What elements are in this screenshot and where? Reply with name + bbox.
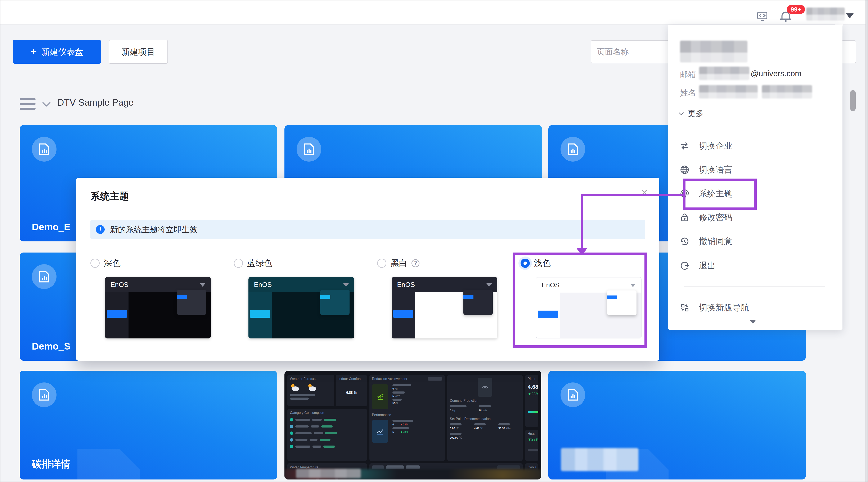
swap-arrows-icon bbox=[680, 141, 690, 151]
user-menu-caret-icon[interactable] bbox=[846, 13, 854, 19]
section-collapse-chevron-icon[interactable] bbox=[41, 101, 52, 109]
annotation-box-light-option bbox=[513, 253, 647, 348]
menu-item-revoke-consent[interactable]: 撤销同意 bbox=[680, 235, 732, 247]
menu-item-logout[interactable]: 退出 bbox=[680, 260, 716, 272]
annotation-box-system-theme bbox=[683, 178, 757, 210]
enos-logo: EnOS bbox=[397, 281, 415, 289]
thumb-panel-plant: Plant Efficiency 4.681 ▼23% bbox=[525, 375, 538, 427]
theme-preview-dark[interactable]: EnOS bbox=[105, 277, 211, 338]
lock-icon bbox=[680, 212, 690, 223]
name-value-redacted bbox=[699, 85, 758, 98]
switch-nav-icon bbox=[680, 303, 690, 313]
menu-item-switch-language[interactable]: 切换语言 bbox=[680, 164, 732, 175]
thumb-panel-demand: Demand Prediction 0 kg 5 kWh Set Point R… bbox=[447, 375, 523, 461]
modal-info-text: 新的系统主题将立即生效 bbox=[110, 224, 197, 235]
thumb-panel-category: Category Consumption bbox=[287, 409, 367, 461]
email-domain: @univers.com bbox=[751, 69, 801, 78]
radio-bw[interactable] bbox=[377, 259, 386, 268]
menu-item-switch-new-nav[interactable]: 切换新版导航 bbox=[680, 302, 749, 313]
preview-caret-icon bbox=[487, 283, 492, 287]
history-clock-icon bbox=[680, 236, 690, 247]
email-label: 邮箱 bbox=[680, 69, 696, 80]
dashboard-card-carbon[interactable]: 碳排详情 bbox=[20, 371, 277, 480]
weather-cloud-icon bbox=[290, 384, 300, 391]
theme-preview-teal[interactable]: EnOS bbox=[248, 277, 354, 338]
app-window: 99+ + 新建仪表盘 新建项目 DTV Sample Page bbox=[0, 0, 868, 482]
card-title: Demo_S bbox=[32, 341, 70, 352]
preview-caret-icon bbox=[343, 283, 349, 287]
modal-info-banner: i 新的系统主题将立即生效 bbox=[90, 220, 645, 239]
line-chart-icon bbox=[372, 420, 388, 443]
radio-dark[interactable] bbox=[90, 259, 100, 268]
preview-popup-panel bbox=[320, 290, 349, 315]
top-header-bar bbox=[0, 0, 868, 25]
scrollbar-thumb[interactable] bbox=[850, 90, 856, 111]
section-menu-icon[interactable] bbox=[20, 98, 36, 113]
notification-count-badge: 99+ bbox=[787, 5, 805, 14]
preview-popup-panel bbox=[177, 290, 206, 315]
info-icon: i bbox=[96, 225, 105, 234]
card-title: Demo_E bbox=[32, 221, 70, 233]
dashboard-doc-icon bbox=[32, 264, 57, 289]
dashboard-card-row3-right[interactable] bbox=[548, 371, 806, 480]
new-dashboard-label: 新建仪表盘 bbox=[41, 46, 83, 58]
thumb-panel-heat: Heat Balance ▼23% bbox=[525, 430, 538, 461]
org-name-redacted bbox=[680, 41, 747, 62]
thumbnail-redacted-label bbox=[296, 469, 361, 478]
dashboard-doc-icon bbox=[32, 137, 57, 162]
name-label: 姓名 bbox=[680, 88, 696, 98]
theme-option-teal[interactable]: 蓝绿色 bbox=[234, 257, 272, 269]
enos-logo: EnOS bbox=[254, 281, 272, 289]
scrollbar-track[interactable] bbox=[866, 0, 868, 482]
help-icon[interactable]: ? bbox=[411, 259, 420, 267]
radio-teal[interactable] bbox=[234, 259, 243, 268]
preview-popup-panel bbox=[463, 290, 493, 315]
logout-icon bbox=[680, 261, 690, 271]
dashboard-card-thumbnail[interactable]: Weather Forecast Indoor Comfort 6.88 % C… bbox=[284, 371, 541, 480]
weather-cloud-icon bbox=[307, 384, 317, 391]
console-window-icon[interactable] bbox=[756, 10, 768, 23]
plant-sprout-icon bbox=[372, 384, 388, 409]
chevron-down-icon bbox=[678, 111, 684, 116]
enos-logo: EnOS bbox=[111, 281, 128, 289]
scroll-more-caret-icon[interactable] bbox=[750, 320, 756, 324]
name-value-redacted bbox=[762, 85, 812, 98]
new-project-button[interactable]: 新建项目 bbox=[108, 40, 168, 64]
card-title-redacted bbox=[561, 448, 639, 471]
card-watermark-icon bbox=[64, 440, 154, 480]
modal-title: 系统主题 bbox=[90, 190, 129, 203]
globe-icon bbox=[680, 165, 690, 175]
thumb-panel-indoor: Indoor Comfort 6.88 % bbox=[336, 375, 367, 406]
dashboard-doc-icon bbox=[560, 137, 585, 162]
thumb-panel-weather: Weather Forecast bbox=[287, 375, 334, 406]
username-redacted[interactable] bbox=[806, 7, 845, 21]
thumb-panel-reduction: Reduction Achievement 0 kg 5 kWh 53 $ bbox=[369, 375, 445, 461]
theme-option-dark[interactable]: 深色 bbox=[90, 257, 121, 269]
new-project-label: 新建项目 bbox=[122, 46, 155, 58]
user-dropdown-menu: 邮箱 @univers.com 姓名 更多 切换企业 切换语言 bbox=[668, 25, 842, 330]
theme-preview-bw[interactable]: EnOS bbox=[392, 277, 497, 338]
card-title: 碳排详情 bbox=[32, 458, 70, 471]
preview-caret-icon bbox=[200, 283, 205, 287]
menu-item-change-password[interactable]: 修改密码 bbox=[680, 212, 732, 223]
ghost-logo-icon bbox=[478, 378, 492, 397]
theme-option-bw[interactable]: 黑白 ? bbox=[377, 257, 420, 269]
new-dashboard-button[interactable]: + 新建仪表盘 bbox=[13, 40, 101, 64]
annotation-connector-vertical bbox=[581, 194, 583, 249]
page-title: DTV Sample Page bbox=[57, 97, 133, 108]
annotation-connector-horizontal bbox=[581, 194, 683, 196]
menu-divider bbox=[684, 286, 825, 287]
email-value-redacted bbox=[699, 67, 749, 80]
menu-item-switch-enterprise[interactable]: 切换企业 bbox=[680, 140, 732, 151]
dashboard-doc-icon bbox=[297, 137, 321, 162]
dashboard-doc-icon bbox=[32, 382, 57, 407]
dashboard-doc-icon bbox=[560, 382, 585, 407]
more-toggle[interactable]: 更多 bbox=[678, 108, 704, 119]
plus-icon: + bbox=[31, 46, 37, 57]
